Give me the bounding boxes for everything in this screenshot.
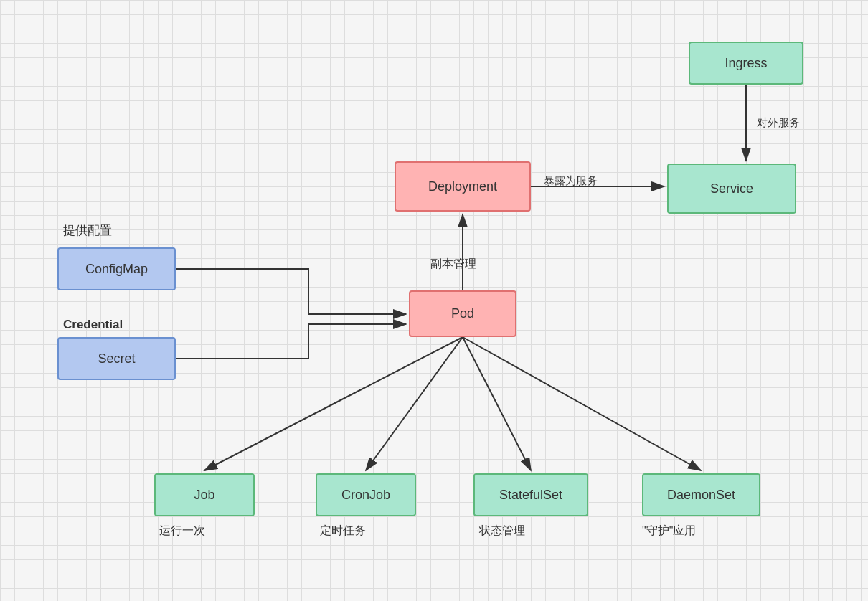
daemonset-node: DaemonSet xyxy=(642,473,760,516)
configmap-node: ConfigMap xyxy=(57,247,176,290)
external-service-label: 对外服务 xyxy=(757,116,800,130)
svg-line-6 xyxy=(463,337,531,470)
guard-app-label: "守护"应用 xyxy=(642,524,696,539)
statefulset-node: StatefulSet xyxy=(473,473,588,516)
expose-service-label: 暴露为服务 xyxy=(544,174,598,188)
run-once-label: 运行一次 xyxy=(159,524,205,539)
diagram-canvas: Ingress Service Deployment Pod ConfigMap… xyxy=(0,0,868,601)
cronjob-node: CronJob xyxy=(316,473,416,516)
svg-line-5 xyxy=(366,337,463,470)
provide-config-label: 提供配置 xyxy=(63,222,112,239)
cron-task-label: 定时任务 xyxy=(320,524,366,539)
deployment-node: Deployment xyxy=(395,161,531,212)
svg-line-7 xyxy=(463,337,701,470)
service-node: Service xyxy=(667,164,796,214)
state-manage-label: 状态管理 xyxy=(479,524,525,539)
replica-manage-label: 副本管理 xyxy=(430,257,476,272)
secret-node: Secret xyxy=(57,337,176,380)
pod-node: Pod xyxy=(409,290,516,337)
credential-label: Credential xyxy=(63,318,123,332)
ingress-node: Ingress xyxy=(689,42,803,85)
svg-line-4 xyxy=(204,337,463,470)
job-node: Job xyxy=(154,473,255,516)
